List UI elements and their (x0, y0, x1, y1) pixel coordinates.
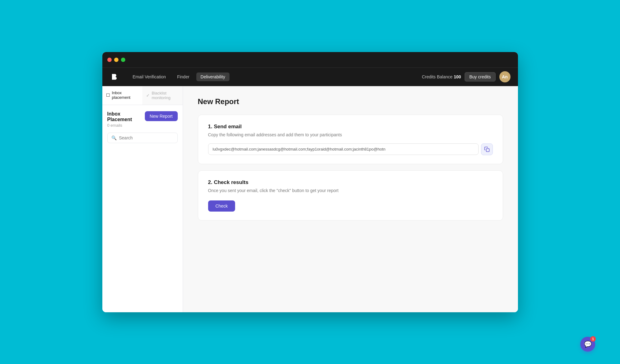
buy-credits-button[interactable]: Buy credits (465, 72, 495, 81)
new-report-button[interactable]: New Report (145, 111, 178, 121)
step-2-card: 2. Check results Once you sent your emai… (198, 170, 503, 221)
chat-icon: 💬 (584, 340, 592, 348)
email-addresses-field: lu0vgxdec@hotmail.com;janessasdcg@hotmai… (208, 143, 479, 155)
step-1-description: Copy the following email addresses and a… (208, 132, 493, 137)
nav-email-verification[interactable]: Email Verification (128, 72, 170, 81)
maximize-button[interactable] (121, 58, 125, 62)
main-content: ☐ Inbox placement ✓ Blacklist monitoring… (102, 86, 518, 312)
tab-blacklist-monitoring[interactable]: ✓ Blacklist monitoring (142, 86, 183, 105)
minimize-button[interactable] (114, 58, 118, 62)
copy-icon (484, 147, 490, 152)
step-2-description: Once you sent your email, click the "che… (208, 188, 493, 193)
copy-button[interactable] (481, 143, 493, 155)
inbox-placement-icon: ☐ (106, 93, 110, 98)
nav-right: Credits Balance 100 Buy credits An (422, 71, 510, 82)
avatar[interactable]: An (499, 71, 511, 82)
blacklist-monitoring-icon: ✓ (146, 93, 150, 98)
close-button[interactable] (107, 58, 112, 62)
nav-links: Email Verification Finder Deliverability (128, 72, 422, 81)
sidebar-title-group: Inbox Placement 0 emails (107, 111, 145, 128)
step-1-card: 1. Send email Copy the following email a… (198, 115, 503, 164)
sidebar-tabs: ☐ Inbox placement ✓ Blacklist monitoring (102, 86, 183, 105)
app-window: Email Verification Finder Deliverability… (102, 52, 518, 312)
step-2-title: 2. Check results (208, 179, 493, 186)
search-icon: 🔍 (111, 135, 117, 140)
tab-inbox-placement[interactable]: ☐ Inbox placement (102, 86, 143, 105)
title-bar (102, 52, 518, 68)
tab-blacklist-monitoring-label: Blacklist monitoring (152, 91, 179, 100)
check-button[interactable]: Check (208, 200, 235, 212)
step-1-title: 1. Send email (208, 124, 493, 130)
chat-badge: 1 (590, 336, 596, 342)
sidebar-title: Inbox Placement (107, 111, 145, 122)
sidebar-header: Inbox Placement 0 emails New Report (107, 111, 178, 128)
svg-rect-0 (486, 148, 489, 151)
search-box: 🔍 (107, 133, 178, 143)
nav-deliverability[interactable]: Deliverability (196, 72, 230, 81)
credits-label: Credits Balance 100 (422, 74, 461, 79)
sidebar-subtitle: 0 emails (107, 123, 145, 128)
tab-inbox-placement-label: Inbox placement (112, 90, 139, 100)
email-field-row: lu0vgxdec@hotmail.com;janessasdcg@hotmai… (208, 143, 493, 155)
logo[interactable] (110, 72, 118, 81)
main-panel: New Report 1. Send email Copy the follow… (183, 86, 518, 312)
sidebar: ☐ Inbox placement ✓ Blacklist monitoring… (102, 86, 183, 312)
credits-value: 100 (454, 74, 461, 79)
search-input[interactable] (119, 135, 174, 140)
sidebar-body: Inbox Placement 0 emails New Report 🔍 (102, 105, 183, 149)
nav-finder[interactable]: Finder (173, 72, 194, 81)
page-title: New Report (198, 97, 503, 106)
navbar: Email Verification Finder Deliverability… (102, 68, 518, 86)
logo-icon (110, 72, 118, 81)
traffic-lights (107, 58, 125, 62)
